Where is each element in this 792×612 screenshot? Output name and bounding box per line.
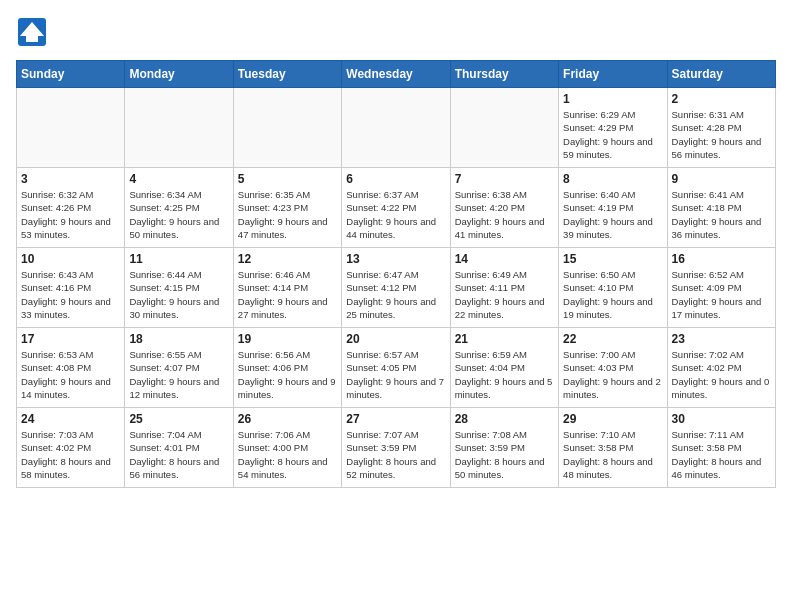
day-number: 13 bbox=[346, 252, 445, 266]
day-info: Sunrise: 6:43 AM Sunset: 4:16 PM Dayligh… bbox=[21, 268, 120, 321]
day-number: 14 bbox=[455, 252, 554, 266]
day-info: Sunrise: 6:38 AM Sunset: 4:20 PM Dayligh… bbox=[455, 188, 554, 241]
day-number: 28 bbox=[455, 412, 554, 426]
day-number: 7 bbox=[455, 172, 554, 186]
calendar-cell bbox=[17, 88, 125, 168]
calendar-cell: 9Sunrise: 6:41 AM Sunset: 4:18 PM Daylig… bbox=[667, 168, 775, 248]
day-number: 25 bbox=[129, 412, 228, 426]
logo-icon bbox=[16, 16, 48, 48]
calendar-cell: 7Sunrise: 6:38 AM Sunset: 4:20 PM Daylig… bbox=[450, 168, 558, 248]
day-number: 1 bbox=[563, 92, 662, 106]
calendar-cell: 4Sunrise: 6:34 AM Sunset: 4:25 PM Daylig… bbox=[125, 168, 233, 248]
day-info: Sunrise: 6:31 AM Sunset: 4:28 PM Dayligh… bbox=[672, 108, 771, 161]
day-number: 3 bbox=[21, 172, 120, 186]
weekday-header: Sunday bbox=[17, 61, 125, 88]
calendar-cell bbox=[233, 88, 341, 168]
day-info: Sunrise: 6:50 AM Sunset: 4:10 PM Dayligh… bbox=[563, 268, 662, 321]
day-info: Sunrise: 7:06 AM Sunset: 4:00 PM Dayligh… bbox=[238, 428, 337, 481]
calendar-cell: 13Sunrise: 6:47 AM Sunset: 4:12 PM Dayli… bbox=[342, 248, 450, 328]
calendar-cell: 22Sunrise: 7:00 AM Sunset: 4:03 PM Dayli… bbox=[559, 328, 667, 408]
calendar-cell: 20Sunrise: 6:57 AM Sunset: 4:05 PM Dayli… bbox=[342, 328, 450, 408]
calendar-cell: 25Sunrise: 7:04 AM Sunset: 4:01 PM Dayli… bbox=[125, 408, 233, 488]
day-info: Sunrise: 6:40 AM Sunset: 4:19 PM Dayligh… bbox=[563, 188, 662, 241]
calendar-cell: 29Sunrise: 7:10 AM Sunset: 3:58 PM Dayli… bbox=[559, 408, 667, 488]
calendar-week-row: 10Sunrise: 6:43 AM Sunset: 4:16 PM Dayli… bbox=[17, 248, 776, 328]
day-number: 20 bbox=[346, 332, 445, 346]
calendar-cell: 28Sunrise: 7:08 AM Sunset: 3:59 PM Dayli… bbox=[450, 408, 558, 488]
calendar-cell: 2Sunrise: 6:31 AM Sunset: 4:28 PM Daylig… bbox=[667, 88, 775, 168]
day-number: 8 bbox=[563, 172, 662, 186]
day-number: 29 bbox=[563, 412, 662, 426]
calendar-cell: 12Sunrise: 6:46 AM Sunset: 4:14 PM Dayli… bbox=[233, 248, 341, 328]
day-info: Sunrise: 7:00 AM Sunset: 4:03 PM Dayligh… bbox=[563, 348, 662, 401]
day-info: Sunrise: 6:57 AM Sunset: 4:05 PM Dayligh… bbox=[346, 348, 445, 401]
calendar-cell: 19Sunrise: 6:56 AM Sunset: 4:06 PM Dayli… bbox=[233, 328, 341, 408]
day-number: 17 bbox=[21, 332, 120, 346]
day-number: 22 bbox=[563, 332, 662, 346]
day-number: 18 bbox=[129, 332, 228, 346]
day-info: Sunrise: 7:08 AM Sunset: 3:59 PM Dayligh… bbox=[455, 428, 554, 481]
day-info: Sunrise: 6:29 AM Sunset: 4:29 PM Dayligh… bbox=[563, 108, 662, 161]
weekday-header: Friday bbox=[559, 61, 667, 88]
day-number: 23 bbox=[672, 332, 771, 346]
calendar-cell: 5Sunrise: 6:35 AM Sunset: 4:23 PM Daylig… bbox=[233, 168, 341, 248]
calendar-cell: 1Sunrise: 6:29 AM Sunset: 4:29 PM Daylig… bbox=[559, 88, 667, 168]
calendar-cell: 15Sunrise: 6:50 AM Sunset: 4:10 PM Dayli… bbox=[559, 248, 667, 328]
calendar-cell: 3Sunrise: 6:32 AM Sunset: 4:26 PM Daylig… bbox=[17, 168, 125, 248]
calendar-cell: 30Sunrise: 7:11 AM Sunset: 3:58 PM Dayli… bbox=[667, 408, 775, 488]
day-number: 21 bbox=[455, 332, 554, 346]
calendar-cell: 11Sunrise: 6:44 AM Sunset: 4:15 PM Dayli… bbox=[125, 248, 233, 328]
weekday-header: Saturday bbox=[667, 61, 775, 88]
day-number: 12 bbox=[238, 252, 337, 266]
day-info: Sunrise: 7:07 AM Sunset: 3:59 PM Dayligh… bbox=[346, 428, 445, 481]
weekday-header: Thursday bbox=[450, 61, 558, 88]
day-info: Sunrise: 6:59 AM Sunset: 4:04 PM Dayligh… bbox=[455, 348, 554, 401]
day-number: 9 bbox=[672, 172, 771, 186]
weekday-header: Tuesday bbox=[233, 61, 341, 88]
calendar-cell: 17Sunrise: 6:53 AM Sunset: 4:08 PM Dayli… bbox=[17, 328, 125, 408]
calendar-week-row: 1Sunrise: 6:29 AM Sunset: 4:29 PM Daylig… bbox=[17, 88, 776, 168]
logo bbox=[16, 16, 52, 48]
day-number: 10 bbox=[21, 252, 120, 266]
day-info: Sunrise: 6:35 AM Sunset: 4:23 PM Dayligh… bbox=[238, 188, 337, 241]
weekday-header: Wednesday bbox=[342, 61, 450, 88]
day-info: Sunrise: 7:04 AM Sunset: 4:01 PM Dayligh… bbox=[129, 428, 228, 481]
day-info: Sunrise: 6:44 AM Sunset: 4:15 PM Dayligh… bbox=[129, 268, 228, 321]
calendar-cell: 21Sunrise: 6:59 AM Sunset: 4:04 PM Dayli… bbox=[450, 328, 558, 408]
calendar-cell: 6Sunrise: 6:37 AM Sunset: 4:22 PM Daylig… bbox=[342, 168, 450, 248]
day-number: 30 bbox=[672, 412, 771, 426]
day-number: 26 bbox=[238, 412, 337, 426]
day-number: 4 bbox=[129, 172, 228, 186]
day-info: Sunrise: 7:03 AM Sunset: 4:02 PM Dayligh… bbox=[21, 428, 120, 481]
calendar-cell bbox=[342, 88, 450, 168]
calendar-week-row: 24Sunrise: 7:03 AM Sunset: 4:02 PM Dayli… bbox=[17, 408, 776, 488]
calendar-cell: 24Sunrise: 7:03 AM Sunset: 4:02 PM Dayli… bbox=[17, 408, 125, 488]
weekday-header: Monday bbox=[125, 61, 233, 88]
day-number: 24 bbox=[21, 412, 120, 426]
day-info: Sunrise: 6:52 AM Sunset: 4:09 PM Dayligh… bbox=[672, 268, 771, 321]
calendar-week-row: 17Sunrise: 6:53 AM Sunset: 4:08 PM Dayli… bbox=[17, 328, 776, 408]
calendar-header-row: SundayMondayTuesdayWednesdayThursdayFrid… bbox=[17, 61, 776, 88]
svg-rect-2 bbox=[26, 36, 38, 42]
day-info: Sunrise: 6:47 AM Sunset: 4:12 PM Dayligh… bbox=[346, 268, 445, 321]
day-info: Sunrise: 6:32 AM Sunset: 4:26 PM Dayligh… bbox=[21, 188, 120, 241]
day-number: 16 bbox=[672, 252, 771, 266]
calendar-cell: 14Sunrise: 6:49 AM Sunset: 4:11 PM Dayli… bbox=[450, 248, 558, 328]
day-info: Sunrise: 6:49 AM Sunset: 4:11 PM Dayligh… bbox=[455, 268, 554, 321]
day-info: Sunrise: 6:56 AM Sunset: 4:06 PM Dayligh… bbox=[238, 348, 337, 401]
day-info: Sunrise: 6:41 AM Sunset: 4:18 PM Dayligh… bbox=[672, 188, 771, 241]
calendar-cell: 27Sunrise: 7:07 AM Sunset: 3:59 PM Dayli… bbox=[342, 408, 450, 488]
calendar-cell: 26Sunrise: 7:06 AM Sunset: 4:00 PM Dayli… bbox=[233, 408, 341, 488]
calendar-cell: 23Sunrise: 7:02 AM Sunset: 4:02 PM Dayli… bbox=[667, 328, 775, 408]
day-info: Sunrise: 6:53 AM Sunset: 4:08 PM Dayligh… bbox=[21, 348, 120, 401]
calendar-cell: 16Sunrise: 6:52 AM Sunset: 4:09 PM Dayli… bbox=[667, 248, 775, 328]
day-number: 6 bbox=[346, 172, 445, 186]
day-number: 27 bbox=[346, 412, 445, 426]
calendar-cell: 18Sunrise: 6:55 AM Sunset: 4:07 PM Dayli… bbox=[125, 328, 233, 408]
calendar-week-row: 3Sunrise: 6:32 AM Sunset: 4:26 PM Daylig… bbox=[17, 168, 776, 248]
day-number: 2 bbox=[672, 92, 771, 106]
day-info: Sunrise: 7:11 AM Sunset: 3:58 PM Dayligh… bbox=[672, 428, 771, 481]
day-info: Sunrise: 6:34 AM Sunset: 4:25 PM Dayligh… bbox=[129, 188, 228, 241]
calendar-cell: 10Sunrise: 6:43 AM Sunset: 4:16 PM Dayli… bbox=[17, 248, 125, 328]
day-info: Sunrise: 6:37 AM Sunset: 4:22 PM Dayligh… bbox=[346, 188, 445, 241]
